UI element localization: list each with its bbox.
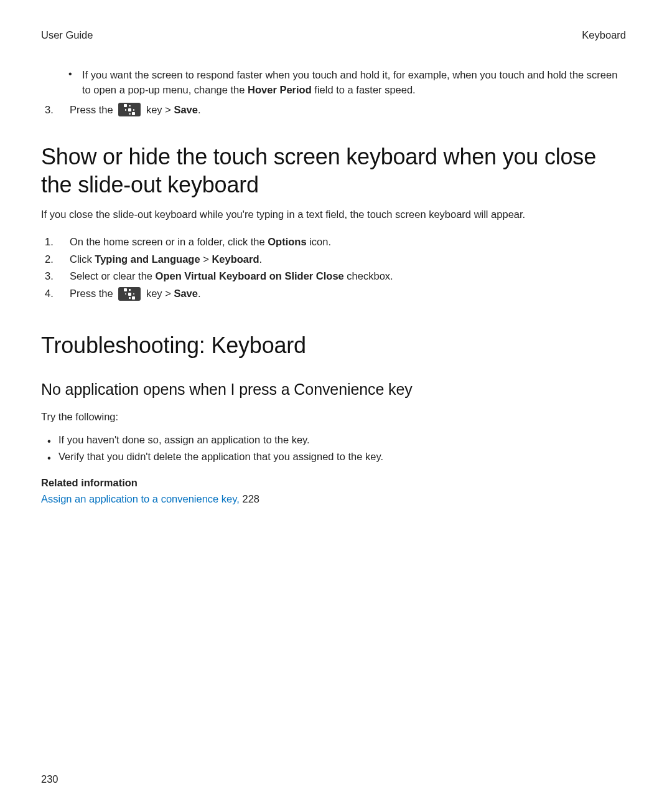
step-number: 1. (41, 235, 70, 250)
step-bold-save: Save (174, 104, 198, 115)
step-number: 4. (41, 286, 70, 301)
subheading-convenience-key: No application opens when I press a Conv… (41, 378, 626, 400)
header-left: User Guide (41, 28, 93, 43)
step-row: 2. Click Typing and Language > Keyboard. (41, 252, 626, 267)
step-bold-typing-language: Typing and Language (95, 253, 200, 265)
related-info-heading: Related information (41, 476, 626, 491)
step-text-post: . (198, 288, 201, 299)
bullet-dot-icon: • (68, 69, 72, 79)
step-row: 1. On the home screen or in a folder, cl… (41, 235, 626, 250)
step-number: 3. (41, 103, 70, 118)
step-text-pre: Press the (70, 288, 116, 299)
step-row: 4. Press the key > Save. (41, 286, 626, 301)
step-text-b: checkbox. (344, 270, 393, 281)
step-text-b: . (259, 253, 263, 265)
header-right: Keyboard (582, 28, 626, 43)
bullet-dot-icon: • (47, 434, 51, 449)
bullet-text-part-b: field to a faster speed. (312, 84, 416, 95)
step-body: Press the key > Save. (70, 286, 626, 301)
step-text-mid: > (200, 253, 212, 265)
steps-show-hide: 1. On the home screen or in a folder, cl… (41, 235, 626, 302)
paragraph-try: Try the following: (41, 410, 626, 425)
step-bold-options: Options (268, 236, 306, 247)
list-item: • If you haven't done so, assign an appl… (41, 433, 626, 448)
step-number: 2. (41, 252, 70, 267)
blackberry-menu-key-icon (118, 287, 141, 301)
related-info-line: Assign an application to a convenience k… (41, 492, 626, 507)
step-number: 3. (41, 269, 70, 284)
step-text-a: Select or clear the (70, 270, 156, 281)
document-page: User Guide Keyboard • If you want the sc… (0, 0, 672, 807)
step-bold-keyboard: Keyboard (212, 253, 259, 265)
step-row: 3. Select or clear the Open Virtual Keyb… (41, 269, 626, 284)
step-text-pre: Press the (70, 104, 116, 115)
blackberry-menu-key-icon (118, 103, 141, 116)
page-header: User Guide Keyboard (41, 28, 626, 43)
related-page-ref: 228 (240, 493, 259, 504)
step-text-mid: key > (143, 104, 174, 115)
step-text-a: On the home screen or in a folder, click… (70, 236, 268, 247)
step-body: Select or clear the Open Virtual Keyboar… (70, 269, 626, 284)
troubleshoot-bullets: • If you haven't done so, assign an appl… (41, 433, 626, 465)
list-item: • Verify that you didn't delete the appl… (41, 450, 626, 465)
carryover-step-3: 3. Press the key > Save. (41, 103, 626, 118)
step-body: On the home screen or in a folder, click… (70, 235, 626, 250)
bullet-text: Verify that you didn't delete the applic… (58, 451, 383, 462)
step-bold-save: Save (174, 288, 198, 299)
step-text-a: Click (70, 253, 95, 265)
heading-troubleshooting: Troubleshooting: Keyboard (41, 331, 626, 359)
step-text-post: . (198, 104, 201, 115)
carryover-steps: 3. Press the key > Save. (41, 103, 626, 118)
page-number: 230 (41, 772, 58, 787)
heading-show-hide-keyboard: Show or hide the touch screen keyboard w… (41, 143, 626, 199)
bullet-dot-icon: • (47, 451, 51, 466)
step-bold-open-virtual: Open Virtual Keyboard on Slider Close (156, 270, 344, 281)
bullet-text: If you haven't done so, assign an applic… (58, 434, 310, 445)
related-link-assign-convenience-key[interactable]: Assign an application to a convenience k… (41, 493, 240, 504)
step-body: Click Typing and Language > Keyboard. (70, 252, 626, 267)
paragraph-a: If you close the slide-out keyboard whil… (41, 207, 626, 222)
step-body: Press the key > Save. (70, 103, 626, 118)
step-text-b: icon. (307, 236, 331, 247)
step-text-mid: key > (143, 288, 174, 299)
bullet-bold-hover-period: Hover Period (248, 84, 312, 95)
carryover-bullet: • If you want the screen to respond fast… (41, 68, 626, 98)
